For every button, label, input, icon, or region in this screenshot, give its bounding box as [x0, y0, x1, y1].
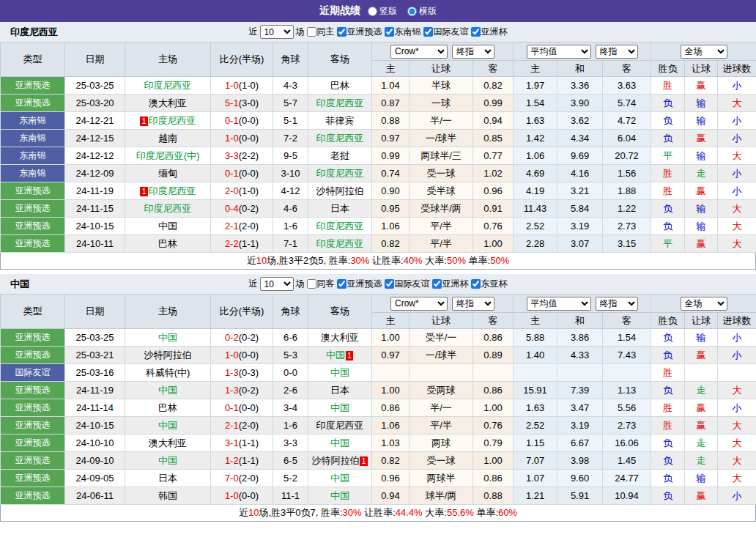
competition-checkbox[interactable]	[471, 279, 481, 289]
vertical-layout-radio[interactable]	[368, 7, 377, 16]
date-cell: 25-03-25	[65, 77, 125, 95]
same-home-option[interactable]: 同主	[307, 26, 335, 38]
odds-away-cell: 0.76	[473, 417, 514, 434]
competition-filter[interactable]: 东亚杯	[471, 278, 508, 290]
competition-filter[interactable]: 亚洲杯	[432, 278, 469, 290]
avg-time-select[interactable]: 终指	[596, 297, 638, 311]
home-team-cell: 科威特(中)	[125, 364, 211, 382]
same-home-checkbox[interactable]	[307, 27, 316, 37]
fulltime-score: 1-0	[225, 349, 239, 360]
team-name: 巴林	[158, 238, 177, 249]
competition-filter[interactable]: 亚洲预选	[337, 26, 382, 38]
result-goals-cell: 大	[718, 147, 756, 165]
avg-home-cell: 2.28	[514, 235, 557, 253]
odds-away-cell: 0.76	[473, 218, 514, 235]
col-avg-home: 主	[514, 313, 557, 329]
result-handicap-cell: 赢	[685, 347, 718, 364]
avg-home-cell: 1.42	[514, 130, 557, 147]
odds-away-cell: 0.88	[473, 487, 514, 505]
odds-handicap-cell: 受一球	[410, 452, 473, 470]
avg-away-cell: 5.56	[603, 399, 651, 417]
avg-home-cell: 1.54	[514, 95, 557, 112]
avg-home-cell	[514, 364, 557, 382]
result-goals-cell: 小	[718, 77, 756, 95]
date-cell: 24-10-15	[65, 417, 125, 434]
same-away-option[interactable]: 同客	[307, 278, 335, 290]
score-cell: 0-1(0-0)	[211, 112, 273, 130]
competition-checkbox[interactable]	[423, 27, 433, 37]
avg-away-cell: 2.73	[603, 218, 651, 235]
competition-badge: 亚洲预选	[1, 347, 65, 364]
average-select[interactable]: 平均值	[527, 45, 591, 59]
competition-checkbox[interactable]	[471, 27, 481, 37]
result-wdl-cell: 平	[651, 147, 685, 165]
result-handicap-cell: 输	[685, 329, 718, 347]
odds-away-cell: 0.91	[473, 200, 514, 218]
competition-filter[interactable]: 亚洲杯	[471, 26, 508, 38]
summary-text: 60%	[498, 507, 517, 518]
match-row: 亚洲预选24-11-15印度尼西亚0-4(0-2)4-6日本0.95受球半/两0…	[1, 200, 756, 218]
fulltime-score: 1-0	[225, 490, 239, 501]
result-goals-cell: 大	[718, 218, 756, 235]
average-select[interactable]: 平均值	[527, 297, 591, 311]
fulltime-score: 2-1	[225, 420, 239, 431]
away-team-cell: 中国	[308, 487, 372, 505]
odds-handicap-cell: 两球	[410, 434, 473, 452]
away-team-cell: 日本	[308, 200, 372, 218]
competition-checkbox[interactable]	[432, 279, 442, 289]
match-row: 亚洲预选25-03-25印度尼西亚1-0(1-0)4-3巴林1.04半球0.82…	[1, 77, 756, 95]
scope-select[interactable]: 全场	[681, 297, 727, 311]
avg-away-cell: 4.72	[603, 112, 651, 130]
date-cell: 24-11-14	[65, 399, 125, 417]
avg-draw-cell: 3.07	[557, 235, 603, 253]
section-indonesia: 印度尼西亚 近 10 场 同主 亚洲预选 东南锦 国际友谊 亚洲杯	[0, 22, 756, 270]
odds-time-select[interactable]: 终指	[452, 297, 494, 311]
team-name: 中国	[158, 332, 177, 343]
avg-home-cell: 1.21	[514, 487, 557, 505]
horizontal-layout-radio[interactable]	[407, 7, 417, 16]
home-team-cell: 1印度尼西亚	[125, 112, 211, 130]
avg-home-cell: 1.40	[514, 347, 557, 364]
odds-away-cell: 0.85	[473, 130, 514, 147]
competition-checkbox[interactable]	[385, 279, 394, 289]
scope-select[interactable]: 全场	[681, 45, 727, 59]
bookmaker-select[interactable]: Crow*	[390, 45, 448, 59]
match-count-select[interactable]: 10	[260, 25, 294, 39]
competition-checkbox[interactable]	[337, 27, 346, 37]
vertical-layout-option[interactable]: 竖版	[368, 5, 397, 18]
odds-home-cell: 0.99	[372, 147, 410, 165]
corner-cell: 3-3	[273, 434, 308, 452]
competition-label: 亚洲杯	[442, 278, 469, 290]
team-name: 韩国	[158, 490, 177, 501]
competition-filter[interactable]: 东南锦	[385, 26, 421, 38]
summary-text: 近	[239, 507, 248, 518]
match-row: 亚洲预选24-11-191印度尼西亚2-0(1-0)4-12沙特阿拉伯0.90受…	[1, 182, 756, 200]
match-count-select[interactable]: 10	[260, 277, 294, 291]
competition-checkbox[interactable]	[385, 27, 394, 37]
competition-filter[interactable]: 国际友谊	[385, 278, 430, 290]
competition-badge: 亚洲预选	[1, 417, 65, 434]
avg-away-cell: 3.63	[603, 77, 651, 95]
competition-label: 亚洲预选	[347, 278, 382, 290]
team-name: 中国	[330, 402, 349, 413]
competition-filter[interactable]: 亚洲预选	[337, 278, 382, 290]
horizontal-layout-option[interactable]: 横版	[407, 5, 437, 18]
avg-time-select[interactable]: 终指	[596, 45, 638, 59]
avg-home-cell: 1.07	[514, 470, 557, 487]
same-away-checkbox[interactable]	[307, 279, 316, 289]
match-row: 东南锦24-12-12印度尼西亚(中)3-3(2-2)9-5老挝0.99两球半/…	[1, 147, 756, 165]
summary-text: 大率:	[423, 507, 447, 518]
away-team-cell: 印度尼西亚	[308, 417, 372, 434]
avg-home-cell: 1.63	[514, 399, 557, 417]
fulltime-score: 1-0	[225, 80, 239, 91]
date-cell: 24-11-19	[65, 382, 125, 399]
competition-filter[interactable]: 国际友谊	[423, 26, 469, 38]
bookmaker-select[interactable]: Crow*	[390, 297, 448, 311]
result-handicap-cell: 输	[685, 470, 718, 487]
home-team-cell: 越南	[125, 130, 211, 147]
odds-time-select[interactable]: 终指	[452, 45, 494, 59]
odds-handicap-cell: 平/半	[410, 417, 473, 434]
competition-badge: 亚洲预选	[1, 182, 65, 200]
competition-checkbox[interactable]	[337, 279, 346, 289]
team-name: 印度尼西亚(中)	[136, 150, 200, 161]
